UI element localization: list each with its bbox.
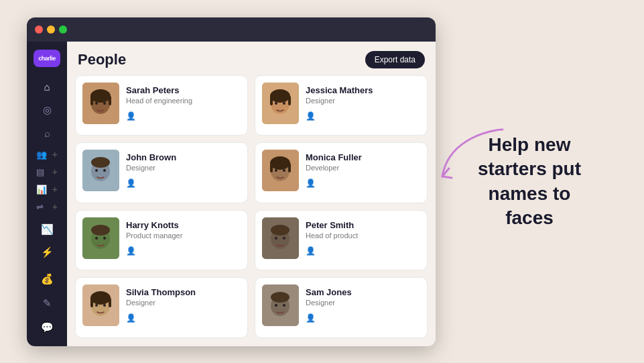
- person-name-sarah: Sarah Peters: [126, 85, 241, 95]
- person-card-sarah[interactable]: Sarah PetersHead of engineering👤: [75, 75, 248, 136]
- svg-point-40: [100, 241, 102, 244]
- person-info-monica: Monica FullerDeveloper👤: [306, 150, 420, 188]
- export-data-button[interactable]: Export data: [365, 51, 425, 68]
- person-name-john: John Brown: [126, 152, 241, 162]
- svg-point-16: [283, 102, 285, 105]
- sidebar-item-people[interactable]: 👥 +: [32, 146, 62, 162]
- person-card-harry[interactable]: Harry KnottsProduct manager👤: [75, 210, 248, 271]
- avatar-monica: [262, 150, 299, 191]
- person-role-jessica: Designer: [306, 97, 420, 105]
- avatar-john: [82, 150, 119, 191]
- svg-rect-13: [270, 96, 273, 105]
- logo-text: charlie: [38, 55, 56, 62]
- person-profile-icon-john[interactable]: 👤: [126, 178, 241, 188]
- svg-rect-4: [90, 96, 93, 105]
- person-name-harry: Harry Knotts: [126, 220, 241, 230]
- person-profile-icon-monica[interactable]: 👤: [306, 178, 420, 188]
- decorative-arrow: [436, 123, 516, 190]
- person-info-john: John BrownDesigner👤: [126, 150, 241, 188]
- svg-point-7: [103, 102, 106, 105]
- person-role-peter: Head of product: [306, 231, 420, 240]
- person-profile-icon-jessica[interactable]: 👤: [306, 111, 420, 121]
- svg-point-28: [270, 156, 290, 170]
- sidebar-bottom: 💰 ✎ 💬: [36, 268, 58, 338]
- svg-point-60: [271, 292, 289, 303]
- sidebar-item-chart1[interactable]: ▤ +: [32, 164, 62, 180]
- svg-point-44: [271, 225, 289, 236]
- svg-point-62: [283, 304, 285, 307]
- person-profile-icon-peter[interactable]: 👤: [306, 246, 420, 256]
- person-card-jessica[interactable]: Jessica MathersDesigner👤: [255, 75, 428, 136]
- svg-point-56: [100, 308, 102, 311]
- svg-point-39: [103, 237, 106, 240]
- person-card-monica[interactable]: Monica FullerDeveloper👤: [255, 142, 428, 203]
- svg-point-15: [275, 102, 277, 105]
- svg-point-3: [90, 89, 111, 103]
- sidebar-icon-bolt[interactable]: ⚡: [36, 242, 58, 263]
- svg-point-8: [100, 106, 102, 109]
- browser-chrome: [27, 17, 436, 42]
- browser-body: charlie ⌂ ◎ ⌕ 👥 + ▤ + 📊 +: [27, 42, 436, 346]
- sidebar-icon-chat[interactable]: 💬: [36, 317, 58, 338]
- people-grid: Sarah PetersHead of engineering👤: [67, 75, 436, 346]
- svg-point-51: [90, 291, 111, 305]
- sidebar-add-chart2[interactable]: +: [52, 184, 58, 195]
- sidebar-icon-billing[interactable]: 💰: [36, 268, 58, 290]
- svg-point-12: [270, 89, 290, 103]
- sidebar-add-people[interactable]: +: [52, 149, 58, 160]
- sidebar-item-flow[interactable]: ⇌ +: [32, 199, 62, 215]
- sidebar-icon-home[interactable]: ⌂: [36, 76, 58, 97]
- flow-icon: ⇌: [36, 202, 44, 212]
- sidebar-icon-settings[interactable]: ◎: [36, 100, 58, 121]
- person-profile-icon-sarah[interactable]: 👤: [126, 111, 241, 121]
- avatar-peter: [262, 217, 299, 259]
- svg-point-54: [95, 304, 98, 307]
- sidebar-nav-group-people: 👥 + ▤ + 📊 + ⇌ +: [27, 146, 67, 215]
- person-name-silvia: Silvia Thompson: [126, 287, 241, 297]
- person-card-sam[interactable]: Sam JonesDesigner👤: [255, 277, 428, 338]
- close-button-dot[interactable]: [35, 25, 43, 34]
- person-profile-icon-sam[interactable]: 👤: [306, 313, 420, 323]
- person-role-monica: Developer: [306, 164, 420, 172]
- person-role-sarah: Head of engineering: [126, 97, 241, 105]
- person-info-harry: Harry KnottsProduct manager👤: [126, 217, 241, 256]
- avatar-harry: [82, 217, 119, 259]
- person-info-jessica: Jessica MathersDesigner👤: [306, 83, 420, 121]
- sidebar-item-chart2[interactable]: 📊 +: [32, 181, 62, 197]
- avatar-jessica: [262, 83, 299, 124]
- person-name-monica: Monica Fuller: [306, 152, 420, 162]
- svg-point-17: [279, 106, 281, 109]
- sidebar-add-flow[interactable]: +: [52, 201, 58, 212]
- minimize-button-dot[interactable]: [47, 25, 55, 34]
- people-icon: 👥: [36, 150, 47, 160]
- svg-point-63: [279, 308, 281, 311]
- person-card-peter[interactable]: Peter SmithHead of product👤: [255, 210, 428, 271]
- person-card-john[interactable]: John BrownDesigner👤: [75, 142, 248, 203]
- person-name-peter: Peter Smith: [306, 220, 420, 230]
- sidebar-icon-analytics[interactable]: 📉: [36, 219, 58, 240]
- promo-section: Help new starters put names to faces: [456, 119, 603, 244]
- person-card-silvia[interactable]: Silvia ThompsonDesigner👤: [75, 277, 248, 338]
- svg-rect-5: [109, 96, 111, 105]
- sidebar-icon-search[interactable]: ⌕: [36, 123, 58, 144]
- person-role-harry: Product manager: [126, 231, 241, 240]
- svg-point-31: [275, 169, 277, 172]
- svg-rect-53: [109, 298, 111, 307]
- fullscreen-button-dot[interactable]: [59, 25, 67, 34]
- logo[interactable]: charlie: [34, 50, 60, 68]
- person-profile-icon-silvia[interactable]: 👤: [126, 313, 241, 323]
- person-name-sam: Sam Jones: [306, 287, 420, 297]
- avatar-silvia: [82, 284, 119, 326]
- person-profile-icon-harry[interactable]: 👤: [126, 246, 241, 256]
- sidebar-add-chart1[interactable]: +: [52, 166, 58, 177]
- sidebar-icon-edit[interactable]: ✎: [36, 293, 58, 314]
- svg-point-61: [275, 304, 277, 307]
- person-info-peter: Peter SmithHead of product👤: [306, 217, 420, 256]
- person-info-silvia: Silvia ThompsonDesigner👤: [126, 284, 241, 323]
- svg-point-23: [103, 169, 106, 172]
- person-role-sam: Designer: [306, 299, 420, 307]
- chart2-icon: 📊: [36, 185, 47, 195]
- person-info-sarah: Sarah PetersHead of engineering👤: [126, 83, 241, 121]
- sidebar: charlie ⌂ ◎ ⌕ 👥 + ▤ + 📊 +: [27, 42, 67, 346]
- person-name-jessica: Jessica Mathers: [306, 85, 420, 95]
